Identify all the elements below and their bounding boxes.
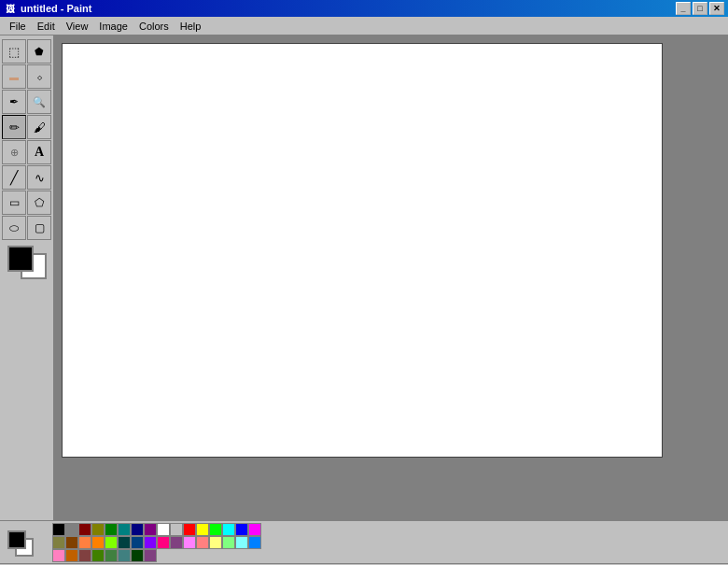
rect-tool[interactable]: ▭ xyxy=(2,191,26,215)
color-preview xyxy=(7,246,47,279)
maximize-button[interactable]: □ xyxy=(693,2,707,15)
color-swatch[interactable] xyxy=(105,536,118,549)
color-swatch[interactable] xyxy=(91,523,105,536)
zoom-tool[interactable]: 🔍 xyxy=(27,90,51,114)
color-swatch[interactable] xyxy=(52,536,65,549)
title-bar-left: 🖼 untitled - Paint xyxy=(4,2,91,15)
menu-help[interactable]: Help xyxy=(175,19,207,34)
foreground-color-preview[interactable] xyxy=(7,246,34,272)
pencil-icon: ✏ xyxy=(9,120,20,134)
menu-view[interactable]: View xyxy=(61,19,94,34)
color-swatch[interactable] xyxy=(196,523,209,536)
window-title: untitled - Paint xyxy=(21,3,91,14)
polygon-tool[interactable]: ⬠ xyxy=(27,191,51,215)
color-swatch[interactable] xyxy=(157,523,170,536)
color-swatch[interactable] xyxy=(91,536,105,549)
eraser-tool[interactable]: ▬ xyxy=(2,64,26,89)
ellipse-icon: ⬭ xyxy=(9,221,19,234)
color-swatch[interactable] xyxy=(91,549,105,562)
color-swatch[interactable] xyxy=(65,549,78,562)
zoom-icon: 🔍 xyxy=(33,96,46,108)
color-swatch[interactable] xyxy=(144,523,157,536)
brush-icon: 🖌 xyxy=(34,120,46,134)
color-swatch[interactable] xyxy=(118,536,131,549)
line-tool[interactable]: ╱ xyxy=(2,165,26,190)
color-swatch[interactable] xyxy=(118,549,131,562)
color-swatch[interactable] xyxy=(78,549,91,562)
content-area: ⬚ ⬟ ▬ ⬦ ✒ 🔍 ✏ xyxy=(0,35,728,520)
fg-swatch[interactable] xyxy=(7,530,26,549)
color-swatch[interactable] xyxy=(65,536,78,549)
fill-icon: ⬦ xyxy=(36,70,43,83)
title-bar: 🖼 untitled - Paint _ □ ✕ xyxy=(0,0,728,17)
airbrush-icon: ⊕ xyxy=(10,147,19,159)
curve-tool[interactable]: ∿ xyxy=(27,165,51,190)
color-swatch[interactable] xyxy=(144,536,157,549)
color-swatch[interactable] xyxy=(118,523,131,536)
roundrect-tool[interactable]: ▢ xyxy=(27,216,51,240)
color-swatch[interactable] xyxy=(183,523,196,536)
pencil-tool[interactable]: ✏ xyxy=(2,115,26,139)
palette-bar xyxy=(0,520,728,563)
color-swatch[interactable] xyxy=(131,523,144,536)
select-rect-tool[interactable]: ⬚ xyxy=(2,39,26,64)
eyedrop-icon: ✒ xyxy=(9,95,19,108)
select-free-tool[interactable]: ⬟ xyxy=(27,39,51,64)
color-swatch[interactable] xyxy=(170,536,183,549)
title-bar-buttons[interactable]: _ □ ✕ xyxy=(676,2,724,15)
selected-colors xyxy=(6,529,34,557)
color-swatch[interactable] xyxy=(170,523,183,536)
text-icon: A xyxy=(35,145,44,160)
airbrush-tool[interactable]: ⊕ xyxy=(2,140,26,164)
select-free-icon: ⬟ xyxy=(35,46,44,58)
color-swatch[interactable] xyxy=(248,536,261,549)
menu-image[interactable]: Image xyxy=(93,19,133,34)
close-button[interactable]: ✕ xyxy=(709,2,724,15)
color-swatch[interactable] xyxy=(209,523,222,536)
color-swatch[interactable] xyxy=(235,523,248,536)
eraser-icon: ▬ xyxy=(9,72,19,82)
color-swatch[interactable] xyxy=(52,549,65,562)
drawing-canvas[interactable] xyxy=(62,43,663,458)
minimize-button[interactable]: _ xyxy=(676,2,691,15)
menu-colors[interactable]: Colors xyxy=(133,19,175,34)
color-swatch[interactable] xyxy=(157,536,170,549)
app-icon: 🖼 xyxy=(4,2,17,15)
canvas-container[interactable] xyxy=(54,35,728,520)
color-swatch[interactable] xyxy=(196,536,209,549)
menu-bar: File Edit View Image Colors Help xyxy=(0,17,728,35)
color-swatch[interactable] xyxy=(222,523,235,536)
select-rect-icon: ⬚ xyxy=(8,45,20,59)
polygon-icon: ⬠ xyxy=(35,196,44,209)
color-swatch[interactable] xyxy=(144,549,157,562)
color-swatch[interactable] xyxy=(131,536,144,549)
menu-edit[interactable]: Edit xyxy=(32,19,61,34)
color-palette xyxy=(52,523,271,562)
toolbar: ⬚ ⬟ ▬ ⬦ ✒ 🔍 ✏ xyxy=(0,35,54,520)
brush-tool[interactable]: 🖌 xyxy=(27,115,51,139)
color-swatch[interactable] xyxy=(78,523,91,536)
main-window: ⬚ ⬟ ▬ ⬦ ✒ 🔍 ✏ xyxy=(0,35,728,565)
fill-tool[interactable]: ⬦ xyxy=(27,64,51,89)
eyedropper-tool[interactable]: ✒ xyxy=(2,90,26,114)
color-swatch[interactable] xyxy=(78,536,91,549)
rect-icon: ▭ xyxy=(9,196,20,209)
color-swatch[interactable] xyxy=(65,523,78,536)
color-swatch[interactable] xyxy=(131,549,144,562)
tool-grid: ⬚ ⬟ ▬ ⬦ ✒ 🔍 ✏ xyxy=(2,39,51,240)
color-swatch[interactable] xyxy=(235,536,248,549)
color-swatch[interactable] xyxy=(222,536,235,549)
roundrect-icon: ▢ xyxy=(35,221,45,234)
text-tool[interactable]: A xyxy=(27,140,51,164)
curve-icon: ∿ xyxy=(35,171,45,185)
color-swatch[interactable] xyxy=(105,523,118,536)
color-swatch[interactable] xyxy=(248,523,261,536)
line-icon: ╱ xyxy=(10,170,18,185)
color-swatch[interactable] xyxy=(52,523,65,536)
color-swatch[interactable] xyxy=(209,536,222,549)
color-swatch[interactable] xyxy=(105,549,118,562)
menu-file[interactable]: File xyxy=(4,19,32,34)
ellipse-tool[interactable]: ⬭ xyxy=(2,216,26,240)
color-swatch[interactable] xyxy=(183,536,196,549)
